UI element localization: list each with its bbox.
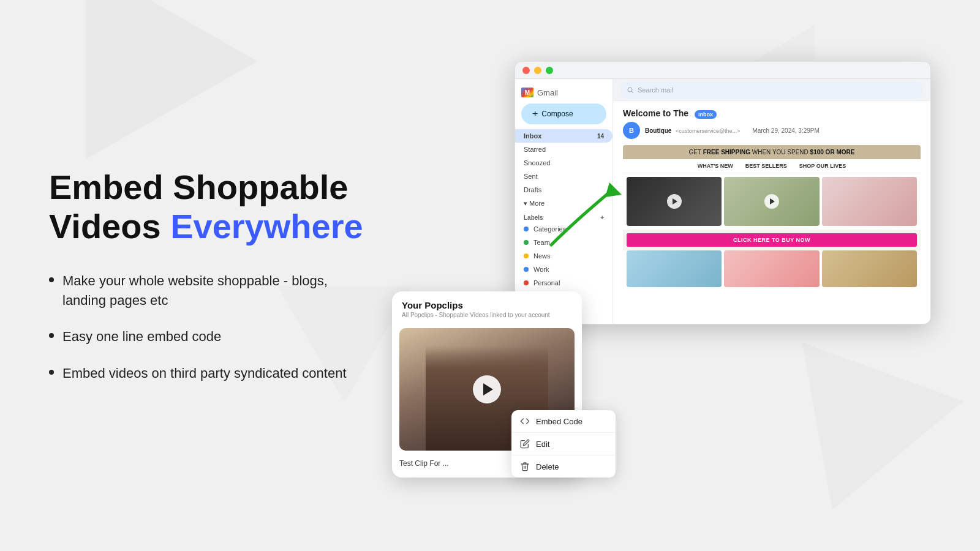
email-subject: Welcome to The Inbox xyxy=(623,108,921,118)
gmail-m-icon: M xyxy=(521,88,533,97)
search-icon xyxy=(627,86,634,94)
nav-whats-new[interactable]: WHAT'S NEW xyxy=(698,163,733,169)
label-dot-personal xyxy=(524,280,529,285)
product-image-6[interactable] xyxy=(822,250,917,287)
popclips-header: Your Popclips All Popclips - Shoppable V… xyxy=(392,291,582,323)
edit-icon xyxy=(520,439,530,449)
gmail-body: M Gmail + Compose Inbox 14 Starred xyxy=(515,79,930,324)
newsletter-nav: WHAT'S NEW BEST SELLERS SHOP OUR LIVES xyxy=(623,159,921,173)
product-image-1[interactable] xyxy=(627,177,722,226)
newsletter-content: GET FREE SHIPPING WHEN YOU SPEND $100 OR… xyxy=(623,145,921,291)
gmail-nav-starred[interactable]: Starred xyxy=(515,143,612,156)
label-dot-team xyxy=(524,240,529,245)
newsletter-shipping-banner: GET FREE SHIPPING WHEN YOU SPEND $100 OR… xyxy=(623,145,921,159)
label-dot-news xyxy=(524,253,529,258)
gmail-label-categories[interactable]: Categories xyxy=(515,222,612,236)
gmail-label-team[interactable]: Team xyxy=(515,236,612,249)
delete-icon xyxy=(520,462,530,471)
gmail-toolbar: Search mail xyxy=(613,79,930,101)
add-label-icon[interactable]: + xyxy=(600,214,604,221)
starred-label: Starred xyxy=(524,146,546,153)
newsletter-row2 xyxy=(623,250,921,291)
inbox-badge: 14 xyxy=(597,133,604,140)
right-panel: M Gmail + Compose Inbox 14 Starred xyxy=(392,61,931,490)
compose-button[interactable]: + Compose xyxy=(521,103,606,124)
nav-best-sellers[interactable]: BEST SELLERS xyxy=(745,163,787,169)
bullet-text-2: Easy one line embed code xyxy=(62,327,221,347)
compose-plus-icon: + xyxy=(532,108,538,119)
gmail-search-bar[interactable]: Search mail xyxy=(620,81,923,99)
gmail-window: M Gmail + Compose Inbox 14 Starred xyxy=(514,61,931,324)
bullet-item-3: Embed videos on third party syndicated c… xyxy=(49,364,368,383)
bullet-text-3: Embed videos on third party syndicated c… xyxy=(62,364,347,383)
feature-list: Make your whole website shoppable - blog… xyxy=(49,271,368,384)
buy-now-button[interactable]: CLICK HERE TO BUY NOW xyxy=(627,233,917,247)
inbox-label: Inbox xyxy=(524,132,541,140)
gmail-nav-drafts[interactable]: Drafts xyxy=(515,183,612,197)
gmail-nav-more[interactable]: ▾ More xyxy=(515,197,612,211)
gmail-nav-inbox[interactable]: Inbox 14 xyxy=(515,129,612,143)
inbox-tag: Inbox xyxy=(695,110,717,119)
popclips-subtitle: All Popclips - Shoppable Videos linked t… xyxy=(402,312,572,318)
svg-line-1 xyxy=(631,91,633,93)
window-minimize-dot[interactable] xyxy=(534,67,541,74)
gmail-label-work[interactable]: Work xyxy=(515,263,612,276)
play-button-1[interactable] xyxy=(667,194,682,209)
gmail-titlebar xyxy=(515,62,930,79)
code-icon xyxy=(520,416,530,426)
nav-shop-our-lives[interactable]: SHOP OUR LIVES xyxy=(799,163,846,169)
sender-name: Boutique xyxy=(645,127,671,134)
context-menu: Embed Code Edit Delete xyxy=(511,410,616,478)
sender-info: Boutique <customerservice@the...> March … xyxy=(645,127,820,134)
compose-label: Compose xyxy=(541,110,573,118)
bullet-text-1: Make your whole website shoppable - blog… xyxy=(62,271,368,310)
label-team-text: Team xyxy=(533,239,550,246)
gmail-sidebar: M Gmail + Compose Inbox 14 Starred xyxy=(515,79,613,324)
email-date: March 29, 2024, 3:29PM xyxy=(752,127,820,134)
product-image-4[interactable] xyxy=(627,250,722,287)
popclips-title: Your Popclips xyxy=(402,300,572,310)
context-menu-delete[interactable]: Delete xyxy=(511,455,616,478)
page-container: Embed Shoppable Videos Everywhere Make y… xyxy=(0,0,980,551)
gmail-label: Gmail xyxy=(537,88,558,97)
context-menu-edit[interactable]: Edit xyxy=(511,432,616,455)
email-content-area: Welcome to The Inbox B Boutique <custome… xyxy=(613,101,930,324)
headline-part2: Videos xyxy=(49,207,170,246)
search-placeholder: Search mail xyxy=(638,86,673,94)
bullet-dot xyxy=(49,370,54,375)
play-button-2[interactable] xyxy=(764,194,779,209)
gmail-nav-sent[interactable]: Sent xyxy=(515,170,612,183)
headline-part3: Everywhere xyxy=(170,207,363,246)
window-close-dot[interactable] xyxy=(522,67,530,74)
bullet-item-2: Easy one line embed code xyxy=(49,327,368,347)
product-image-3[interactable] xyxy=(822,177,917,226)
play-triangle-2 xyxy=(770,198,775,204)
play-triangle-large xyxy=(483,383,493,395)
label-dot-categories xyxy=(524,227,529,231)
delete-label: Delete xyxy=(536,462,559,471)
headline-part1: Embed Shoppable xyxy=(49,168,349,206)
embed-code-label: Embed Code xyxy=(536,417,582,426)
edit-label: Edit xyxy=(536,440,549,449)
gmail-nav-snoozed[interactable]: Snoozed xyxy=(515,156,612,170)
more-label: ▾ More xyxy=(524,200,545,208)
clip-name: Test Clip For ... xyxy=(399,459,449,468)
gmail-label-news[interactable]: News xyxy=(515,249,612,263)
svg-point-0 xyxy=(628,88,632,92)
labels-title: Labels xyxy=(524,214,543,221)
product-image-2[interactable] xyxy=(724,177,819,226)
product-image-5[interactable] xyxy=(724,250,819,287)
newsletter-product-grid xyxy=(623,173,921,230)
gmail-top-bar: M Gmail xyxy=(515,84,612,101)
context-menu-embed-code[interactable]: Embed Code xyxy=(511,410,616,432)
email-meta: B Boutique <customerservice@the...> Marc… xyxy=(623,122,921,139)
window-maximize-dot[interactable] xyxy=(546,67,553,74)
snoozed-label: Snoozed xyxy=(524,159,550,167)
email-subject-text: Welcome to The xyxy=(623,108,688,118)
label-personal-text: Personal xyxy=(533,279,560,287)
sender-avatar: B xyxy=(623,122,640,139)
play-button-large[interactable] xyxy=(473,375,501,403)
play-triangle-1 xyxy=(673,198,677,204)
gmail-label-personal[interactable]: Personal xyxy=(515,276,612,290)
sent-label: Sent xyxy=(524,173,538,180)
